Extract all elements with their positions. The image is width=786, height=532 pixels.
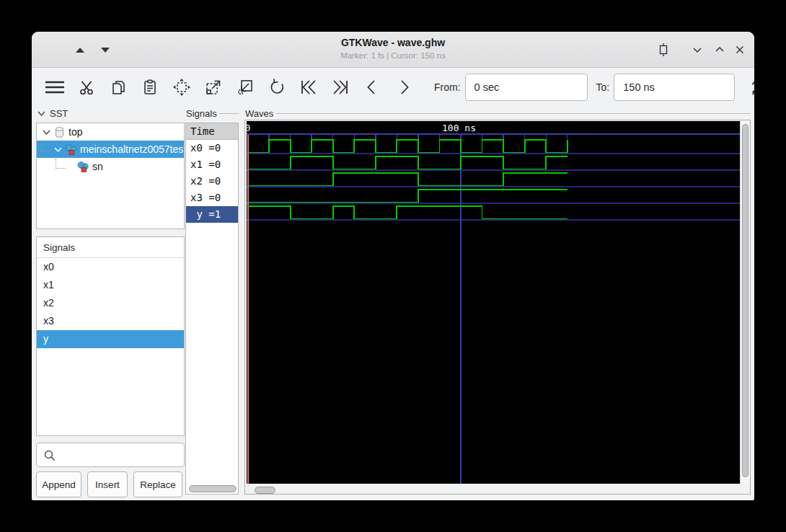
from-input[interactable]	[465, 74, 588, 101]
skip-to-end-icon[interactable]	[324, 73, 356, 102]
cut-icon[interactable]	[71, 73, 102, 102]
signal-value-row[interactable]: x0 =0	[186, 140, 238, 156]
waveform-canvas[interactable]: 0100 ns	[247, 121, 741, 484]
signal-item-x2[interactable]: x2	[37, 294, 184, 312]
waves-vscrollbar-thumb[interactable]	[742, 124, 749, 477]
skip-to-start-icon[interactable]	[293, 73, 324, 102]
sst-label: SST	[50, 108, 68, 119]
sst-tree: top meinschaltnetz0057testb sn	[36, 123, 185, 229]
tree-item-label: sn	[92, 161, 103, 172]
tree-item-label: meinschaltnetz0057testb	[80, 143, 185, 155]
waveform-svg: 0100 ns	[247, 121, 741, 484]
replace-button[interactable]: Replace	[133, 471, 182, 497]
waves-hscrollbar-thumb[interactable]	[255, 487, 275, 494]
signal-item-x3[interactable]: x3	[37, 312, 184, 330]
close-icon[interactable]	[731, 41, 749, 58]
signal-search-input[interactable]	[36, 443, 185, 467]
window-fit-icon[interactable]	[655, 41, 672, 58]
signals-column-frame-label: Signals	[186, 108, 239, 119]
window-title: GTKWave - wave.ghw	[32, 37, 754, 48]
signal-names-column: Time x0 =0 x1 =0 x2 =0 x3 =0 y =1	[185, 123, 239, 495]
waves-frame-label: Waves	[245, 108, 750, 119]
paste-icon[interactable]	[134, 73, 166, 102]
sst-expander[interactable]: SST	[36, 108, 79, 119]
step-right-icon[interactable]	[388, 73, 420, 102]
signal-value-row[interactable]: x3 =0	[186, 190, 238, 206]
menu-icon[interactable]	[39, 73, 71, 102]
step-left-icon[interactable]	[356, 73, 388, 102]
tree-item-module[interactable]: meinschaltnetz0057testb	[37, 141, 184, 158]
signal-value-row[interactable]: x1 =0	[186, 156, 238, 173]
signal-item-x0[interactable]: x0	[37, 258, 184, 276]
tree-item-sn[interactable]: sn	[37, 158, 184, 175]
to-input[interactable]	[614, 74, 735, 101]
undo-icon[interactable]	[261, 73, 293, 102]
insert-button[interactable]: Insert	[87, 471, 128, 497]
signal-item-x1[interactable]: x1	[37, 276, 184, 294]
gtkwave-window: GTKWave - wave.ghw Marker: 1 fs | Cursor…	[32, 32, 754, 500]
minimize-icon[interactable]	[689, 41, 706, 58]
database-icon	[53, 126, 66, 138]
waves-panel: 0100 ns	[244, 120, 751, 495]
window-subtitle: Marker: 1 fs | Cursor: 150 ns	[32, 51, 754, 60]
chevron-down-icon[interactable]	[41, 127, 52, 138]
maximize-icon[interactable]	[711, 41, 728, 58]
time-header[interactable]: Time	[186, 123, 238, 140]
signal-value-row[interactable]: x2 =0	[186, 173, 238, 190]
waves-vscrollbar[interactable]	[740, 120, 749, 484]
from-label: From:	[434, 81, 461, 93]
chevron-down-icon	[36, 108, 47, 119]
zoom-in-icon[interactable]	[198, 73, 229, 102]
chevron-down-icon[interactable]	[53, 144, 63, 155]
signal-item-y[interactable]: y	[37, 330, 184, 348]
signal-value-row-selected[interactable]: y =1	[186, 206, 238, 223]
tree-item-top[interactable]: top	[37, 123, 184, 141]
module-icon	[65, 143, 77, 156]
to-label: To:	[596, 81, 610, 93]
reload-icon[interactable]	[742, 73, 754, 102]
search-icon	[43, 448, 56, 462]
names-hscrollbar-thumb[interactable]	[189, 485, 237, 492]
zoom-out-icon[interactable]	[229, 73, 261, 102]
copy-icon[interactable]	[102, 73, 134, 102]
titlebar[interactable]: GTKWave - wave.ghw Marker: 1 fs | Cursor…	[32, 32, 754, 68]
toolbar: From: To:	[32, 68, 754, 107]
signals-list-panel: Signals x0 x1 x2 x3 y	[36, 236, 185, 436]
append-button[interactable]: Append	[36, 471, 81, 497]
signals-list-header: Signals	[37, 237, 184, 258]
tree-item-label: top	[69, 126, 82, 138]
svg-text:100 ns: 100 ns	[442, 123, 476, 133]
zoom-fit-icon[interactable]	[166, 73, 198, 102]
module-icon	[77, 161, 89, 173]
svg-text:0: 0	[247, 123, 250, 133]
